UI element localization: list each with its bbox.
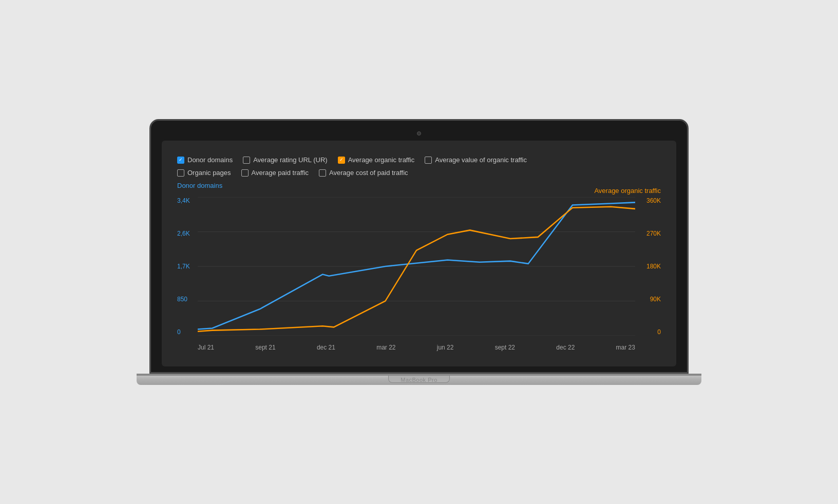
legend-label-avg-rating-url: Average rating URL (UR)	[253, 156, 328, 164]
chart-left-label: Donor domains	[177, 182, 222, 189]
checkbox-avg-organic-traffic[interactable]	[338, 157, 345, 164]
x-label-dec22: dec 22	[556, 344, 575, 351]
y-left-1700: 1,7K	[177, 263, 190, 270]
camera	[417, 131, 421, 135]
checkbox-avg-rating-url[interactable]	[243, 157, 250, 164]
x-label-jul21: Jul 21	[198, 344, 214, 351]
y-right-180k: 180K	[646, 263, 661, 270]
y-axis-right: 360K 270K 180K 90K 0	[646, 197, 661, 336]
blue-line	[198, 202, 635, 329]
legend-label-avg-value-organic: Average value of organic traffic	[435, 156, 527, 164]
legend-avg-rating-url[interactable]: Average rating URL (UR)	[243, 156, 328, 164]
y-left-2600: 2,6K	[177, 230, 190, 237]
y-right-270k: 270K	[646, 230, 661, 237]
legend-avg-value-organic[interactable]: Average value of organic traffic	[425, 156, 527, 164]
legend-label-avg-cost-paid: Average cost of paid traffic	[329, 169, 408, 177]
orange-line	[198, 207, 635, 332]
legend-row-2: Organic pages Average paid traffic Avera…	[177, 169, 661, 177]
legend-label-avg-paid-traffic: Average paid traffic	[252, 169, 309, 177]
y-right-90k: 90K	[650, 296, 661, 303]
x-label-dec21: dec 21	[317, 344, 335, 351]
laptop-base: MacBook Pro	[137, 374, 701, 385]
chart-container: Donor domains Average organic traffic 3,…	[177, 182, 661, 356]
checkbox-donor-domains[interactable]	[177, 157, 184, 164]
chart-svg-area	[198, 197, 635, 336]
legend-row-1: Donor domains Average rating URL (UR) Av…	[177, 156, 661, 164]
checkbox-organic-pages[interactable]	[177, 169, 184, 177]
y-left-850: 850	[177, 296, 187, 303]
x-label-mar22: mar 22	[376, 344, 395, 351]
checkbox-avg-cost-paid[interactable]	[319, 169, 326, 177]
legend-label-organic-pages: Organic pages	[187, 169, 231, 177]
legend-avg-cost-paid[interactable]: Average cost of paid traffic	[319, 169, 408, 177]
y-axis-left: 3,4K 2,6K 1,7K 850 0	[177, 197, 190, 336]
screen-bezel: Donor domains Average rating URL (UR) Av…	[149, 119, 689, 374]
legend-avg-organic-traffic[interactable]: Average organic traffic	[338, 156, 415, 164]
legend-label-donor-domains: Donor domains	[187, 156, 233, 164]
chart-svg	[198, 197, 635, 336]
legend-avg-paid-traffic[interactable]: Average paid traffic	[241, 169, 309, 177]
x-label-sept22: sept 22	[495, 344, 515, 351]
y-right-0: 0	[657, 328, 661, 336]
y-right-360k: 360K	[646, 197, 661, 204]
screen: Donor domains Average rating URL (UR) Av…	[162, 141, 676, 366]
laptop-wrapper: Donor domains Average rating URL (UR) Av…	[137, 119, 701, 385]
chart-right-label: Average organic traffic	[594, 187, 661, 195]
legend-label-avg-organic-traffic: Average organic traffic	[348, 156, 415, 164]
legend-donor-domains[interactable]: Donor domains	[177, 156, 233, 164]
x-label-sept21: sept 21	[255, 344, 275, 351]
y-left-0: 0	[177, 328, 181, 336]
checkbox-avg-paid-traffic[interactable]	[241, 169, 249, 177]
x-label-jun22: jun 22	[437, 344, 454, 351]
macbook-label: MacBook Pro	[401, 377, 437, 383]
x-axis: Jul 21 sept 21 dec 21 mar 22 jun 22 sept…	[198, 344, 635, 351]
x-label-mar23: mar 23	[616, 344, 635, 351]
checkbox-avg-value-organic[interactable]	[425, 157, 432, 164]
legend-organic-pages[interactable]: Organic pages	[177, 169, 231, 177]
y-left-3400: 3,4K	[177, 197, 190, 204]
